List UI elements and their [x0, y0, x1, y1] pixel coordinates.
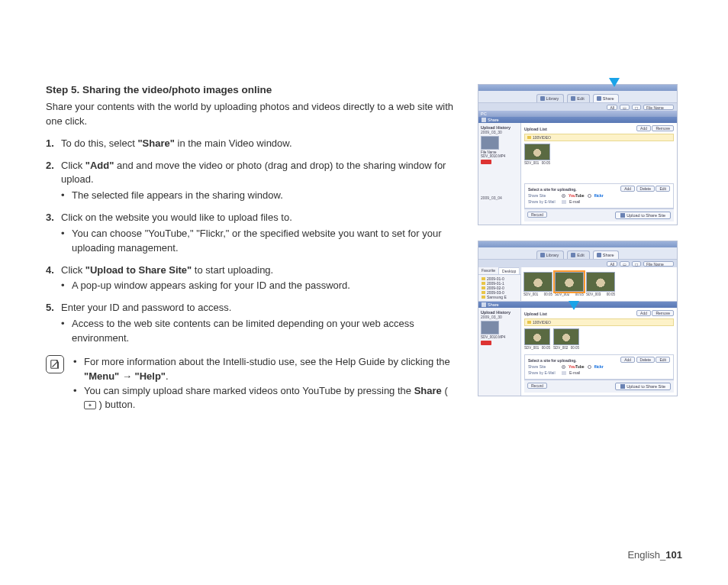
history-filename: File NameSDV_0010.MP4 [481, 150, 518, 158]
edit-icon [571, 96, 575, 101]
step-1: 1. To do this, select "Share" in the mai… [46, 137, 455, 151]
step-sub: Access to the web site contents can be l… [61, 317, 455, 346]
history-thumb[interactable] [481, 136, 499, 150]
gallery-thumb[interactable]: SDV_00100:05 [523, 272, 552, 296]
upload-history-sidebar: Upload History 2009_03_30 File NameSDV_0… [478, 123, 521, 225]
site-edit-button[interactable]: Edit [656, 186, 670, 192]
upload-to-share-site-button[interactable]: Upload to Share Site [615, 383, 671, 390]
filename-field[interactable]: File Name [643, 261, 674, 267]
site-add-button[interactable]: Add [620, 357, 635, 363]
filter-photo-icon[interactable]: ◻ [632, 105, 641, 110]
tab-library[interactable]: Library [536, 250, 565, 259]
flickr-label: flickr [594, 364, 604, 369]
record-button[interactable]: Record [527, 212, 547, 218]
step-sub: A pop-up window appears asking for your … [61, 279, 455, 293]
history-thumb[interactable] [481, 321, 499, 335]
folder-icon [482, 291, 485, 294]
radio-youtube[interactable] [562, 194, 565, 198]
steps-list: 1. To do this, select "Share" in the mai… [46, 137, 455, 346]
filter-all[interactable]: All [607, 261, 617, 267]
upload-icon [620, 213, 625, 218]
folder-row[interactable]: 100VIDEO [524, 134, 674, 141]
upload-thumb[interactable]: SDV_00100:05 [524, 144, 550, 165]
thumbnail-image [524, 328, 550, 345]
step-3: 3. Click on the website you would like t… [46, 211, 455, 256]
upload-list-label: Upload List [524, 312, 547, 316]
upload-thumb[interactable]: SDV_00100:05 [524, 328, 550, 350]
folder-row[interactable]: 100VIDEO [524, 318, 674, 326]
share-button-icon: ✦ [84, 401, 96, 409]
tab-share[interactable]: Share [593, 94, 620, 102]
edit-icon [571, 253, 575, 257]
site-delete-button[interactable]: Delete [636, 186, 655, 192]
filter-video-icon[interactable]: ▭ [620, 261, 630, 267]
step-sub: The selected file appears in the sharing… [61, 189, 455, 203]
youtube-badge-icon [481, 341, 491, 345]
library-icon [540, 253, 545, 257]
youtube-label: YouTube [569, 193, 585, 198]
tab-share[interactable]: Share [593, 250, 620, 259]
step-sub: You can choose "YouTube," "Flickr," or t… [61, 227, 455, 256]
upload-list-label: Upload List [524, 127, 547, 131]
filter-photo-icon[interactable]: ◻ [632, 261, 641, 267]
step-title: Step 5. Sharing the video/photo images o… [46, 84, 455, 95]
share-site-box: Select a site for uploading. Add Delete … [524, 354, 674, 380]
share-section-header: Share [478, 117, 677, 123]
desktop-tab[interactable]: Desktop [498, 267, 520, 274]
add-button[interactable]: Add [636, 310, 651, 316]
radio-flickr[interactable] [588, 194, 591, 198]
main-tabs: Library Edit Share [478, 247, 677, 260]
callout-arrow-icon [609, 78, 620, 87]
library-icon [540, 96, 545, 101]
site-add-button[interactable]: Add [620, 186, 635, 192]
remove-button[interactable]: Remove [652, 125, 674, 131]
filename-field[interactable]: File Name [643, 105, 674, 110]
youtube-badge-icon [481, 160, 491, 164]
youtube-label: YouTube [569, 364, 585, 369]
filter-all[interactable]: All [607, 105, 617, 110]
upload-thumb[interactable]: SDV_00200:05 [553, 328, 579, 350]
tree-node[interactable]: Samsung E [480, 295, 519, 299]
svg-rect-0 [51, 360, 58, 369]
share-email-label: Share by E-Mail [528, 370, 559, 375]
select-site-label: Select a site for uploading. [528, 187, 577, 192]
share-icon [597, 96, 601, 101]
instruction-column: Step 5. Sharing the video/photo images o… [46, 84, 455, 412]
note-line-1: For more information about the Intelli-s… [73, 355, 455, 384]
upload-main-panel: Upload List Add Remove 100VIDEO SDV_0010… [521, 308, 677, 396]
step-number: 2. [46, 159, 54, 173]
step-number: 4. [46, 263, 54, 278]
favorite-tab[interactable]: Favorite [478, 267, 498, 274]
add-button[interactable]: Add [636, 125, 651, 131]
note-line-2: You can simply upload share marked video… [73, 384, 455, 413]
share-icon [597, 253, 601, 257]
step-4: 4. Click "Upload to Share Site" to start… [46, 263, 455, 294]
upload-to-share-site-button[interactable]: Upload to Share Site [615, 212, 671, 219]
step-5: 5. Enter your ID and password to access.… [46, 301, 455, 346]
radio-youtube[interactable] [562, 365, 565, 369]
site-delete-button[interactable]: Delete [636, 357, 655, 363]
tab-edit[interactable]: Edit [567, 94, 589, 102]
screenshots-column: Library Edit Share All ▭ ◻ File Name PC … [478, 84, 682, 412]
gallery-thumb[interactable]: SDV_00300:05 [586, 272, 615, 296]
callout-arrow-icon [569, 301, 579, 310]
site-edit-button[interactable]: Edit [656, 357, 670, 363]
gallery-panel: SDV_00100:05 SDV_00200:05 SDV_00300:05 [521, 267, 677, 301]
step-number: 1. [46, 137, 54, 151]
thumbnail-image [524, 144, 550, 160]
folder-icon [527, 321, 531, 324]
filter-video-icon[interactable]: ▭ [620, 105, 630, 110]
thumbnail-image [555, 272, 584, 292]
folder-icon [482, 282, 485, 285]
remove-button[interactable]: Remove [652, 310, 674, 316]
history-filename: SDV_0010.MP4 [481, 335, 518, 339]
tab-edit[interactable]: Edit [567, 250, 589, 259]
email-icon [562, 371, 566, 375]
history-date-2: 2009_03_04 [481, 196, 518, 200]
folder-icon [482, 277, 485, 280]
radio-flickr[interactable] [588, 365, 591, 369]
upload-icon [620, 384, 625, 389]
record-button[interactable]: Record [527, 383, 547, 389]
tab-library[interactable]: Library [536, 94, 565, 102]
gallery-thumb-selected[interactable]: SDV_00200:05 [555, 272, 584, 296]
